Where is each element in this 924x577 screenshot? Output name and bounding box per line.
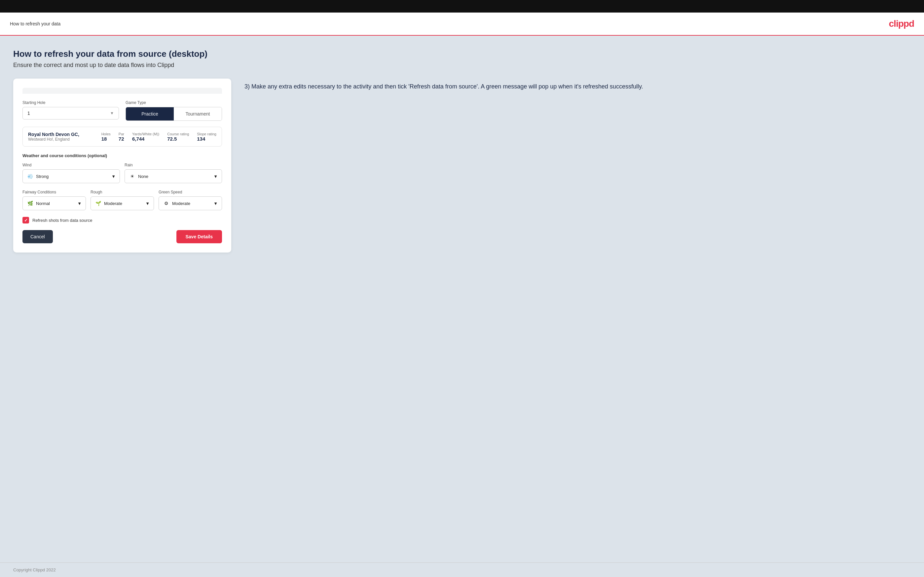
yards-label: Yards/White (M)) [132, 132, 159, 136]
yards-value: 6,744 [132, 136, 145, 142]
stat-holes: Holes 18 [102, 132, 111, 142]
stat-yards: Yards/White (M)) 6,744 [132, 132, 159, 142]
cancel-button[interactable]: Cancel [23, 230, 53, 243]
two-col-layout: Starting Hole 1 ▼ Game Type Practice Tou… [13, 79, 911, 253]
par-value: 72 [119, 136, 124, 142]
green-speed-group: Green Speed ⚙ Moderate ▼ [158, 190, 222, 210]
starting-hole-value: 1 [27, 111, 30, 116]
fairway-group: Fairway Conditions 🌿 Normal ▼ [23, 190, 86, 210]
green-speed-label: Green Speed [158, 190, 222, 194]
weather-section-title: Weather and course conditions (optional) [23, 153, 222, 158]
course-info: Royal North Devon GC, Westward Ho!, Engl… [28, 132, 102, 142]
stat-slope-rating: Slope rating 134 [197, 132, 216, 142]
holes-label: Holes [102, 132, 111, 136]
top-tabs-indicator [23, 88, 222, 94]
save-button[interactable]: Save Details [176, 230, 222, 243]
stat-course-rating: Course rating 72.5 [167, 132, 189, 142]
course-stats: Holes 18 Par 72 Yards/White (M)) 6,744 C… [102, 132, 216, 142]
refresh-checkbox-row: Refresh shots from data source [23, 217, 222, 224]
button-row: Cancel Save Details [23, 230, 222, 243]
wind-select[interactable]: 💨 Strong ▼ [23, 169, 120, 183]
stat-par: Par 72 [119, 132, 124, 142]
slope-rating-value: 134 [197, 136, 205, 142]
top-bar [0, 0, 924, 13]
green-speed-select[interactable]: ⚙ Moderate ▼ [158, 197, 222, 210]
footer: Copyright Clippd 2022 [0, 562, 924, 577]
rough-select[interactable]: 🌱 Moderate ▼ [90, 197, 154, 210]
header: How to refresh your data clippd [0, 13, 924, 35]
par-label: Par [119, 132, 124, 136]
fairway-value: Normal [36, 201, 50, 206]
rough-label: Rough [90, 190, 154, 194]
chevron-down-icon: ▼ [111, 174, 116, 179]
refresh-checkbox-label: Refresh shots from data source [32, 218, 92, 223]
page-subtitle: Ensure the correct and most up to date d… [13, 62, 911, 69]
course-rating-value: 72.5 [167, 136, 177, 142]
refresh-checkbox[interactable] [23, 217, 29, 224]
wind-group: Wind 💨 Strong ▼ [23, 163, 120, 183]
fairway-icon: 🌿 [27, 200, 33, 206]
rough-group: Rough 🌱 Moderate ▼ [90, 190, 154, 210]
wind-value: Strong [36, 174, 48, 179]
slope-rating-label: Slope rating [197, 132, 216, 136]
form-row-top: Starting Hole 1 ▼ Game Type Practice Tou… [23, 100, 222, 121]
page-title: How to refresh your data from source (de… [13, 49, 911, 59]
green-speed-value: Moderate [172, 201, 190, 206]
rain-group: Rain ☀ None ▼ [124, 163, 222, 183]
chevron-down-icon: ▼ [77, 201, 82, 206]
course-rating-label: Course rating [167, 132, 189, 136]
starting-hole-group: Starting Hole 1 ▼ [23, 100, 119, 121]
rain-value: None [138, 174, 148, 179]
tournament-toggle-button[interactable]: Tournament [174, 107, 222, 121]
course-location: Westward Ho!, England [28, 137, 102, 142]
wind-rain-row: Wind 💨 Strong ▼ Rain ☀ None [23, 163, 222, 183]
logo: clippd [889, 18, 914, 29]
game-type-toggle: Practice Tournament [126, 107, 222, 121]
game-type-label: Game Type [126, 100, 222, 105]
rough-icon: 🌱 [95, 200, 102, 206]
content-area: How to refresh your data from source (de… [0, 35, 924, 562]
starting-hole-label: Starting Hole [23, 100, 119, 105]
fairway-select[interactable]: 🌿 Normal ▼ [23, 197, 86, 210]
chevron-down-icon: ▼ [110, 111, 114, 116]
wind-icon: 💨 [27, 173, 33, 180]
rough-value: Moderate [104, 201, 122, 206]
description-text: 3) Make any extra edits necessary to the… [244, 82, 911, 92]
course-name: Royal North Devon GC, [28, 132, 102, 137]
starting-hole-select[interactable]: 1 ▼ [23, 107, 119, 119]
chevron-down-icon: ▼ [213, 174, 218, 179]
rain-icon: ☀ [129, 173, 136, 180]
green-speed-icon: ⚙ [163, 200, 170, 206]
chevron-down-icon: ▼ [145, 201, 150, 206]
course-row: Royal North Devon GC, Westward Ho!, Engl… [23, 127, 222, 147]
practice-toggle-button[interactable]: Practice [126, 107, 174, 121]
description-panel: 3) Make any extra edits necessary to the… [244, 79, 911, 92]
copyright-text: Copyright Clippd 2022 [13, 567, 56, 572]
rain-select[interactable]: ☀ None ▼ [124, 169, 222, 183]
wind-label: Wind [23, 163, 120, 168]
rain-label: Rain [124, 163, 222, 168]
chevron-down-icon: ▼ [213, 201, 218, 206]
holes-value: 18 [102, 136, 107, 142]
fairway-label: Fairway Conditions [23, 190, 86, 194]
game-type-group: Game Type Practice Tournament [126, 100, 222, 121]
form-panel: Starting Hole 1 ▼ Game Type Practice Tou… [13, 79, 231, 253]
breadcrumb: How to refresh your data [10, 21, 60, 26]
conditions-row: Fairway Conditions 🌿 Normal ▼ Rough 🌱 [23, 190, 222, 210]
